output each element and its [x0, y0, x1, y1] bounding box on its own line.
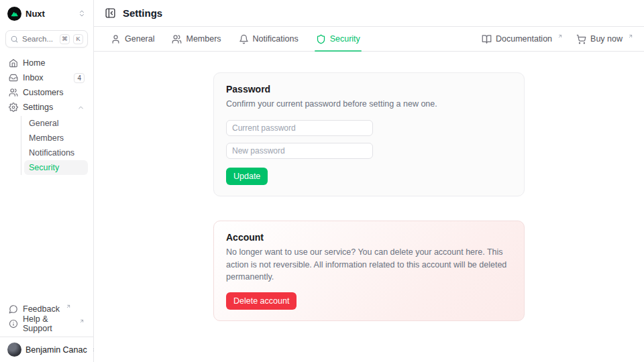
sidebar: Nuxt ⌘ K Home Inbox 4 [0, 0, 94, 362]
account-card-title: Account [226, 232, 512, 243]
user-name: Benjamin Canac [25, 345, 87, 355]
shopping-cart-icon [576, 34, 586, 44]
chevrons-up-down-icon [78, 9, 86, 17]
search-input[interactable] [22, 35, 56, 43]
new-password-field[interactable] [226, 143, 373, 159]
team-name: Nuxt [25, 9, 74, 19]
external-link-icon [628, 34, 633, 39]
settings-sub-list: General Members Notifications Security [21, 116, 88, 175]
users-icon [172, 34, 182, 44]
sidebar-item-members[interactable]: Members [24, 131, 88, 145]
page-title: Settings [123, 7, 162, 19]
external-link-icon [557, 34, 563, 39]
main-area: Settings General Members Notifications [94, 0, 644, 362]
chevron-up-icon [77, 104, 85, 111]
team-switcher[interactable]: Nuxt [5, 5, 88, 21]
sidebar-footer-nav: Feedback Help & Support [5, 302, 88, 331]
sidebar-item-customers[interactable]: Customers [5, 85, 88, 100]
user-icon [111, 34, 121, 44]
tabs: General Members Notifications Security [111, 27, 360, 51]
sidebar-item-help-support[interactable]: Help & Support [5, 316, 88, 331]
external-link-icon [66, 304, 71, 309]
password-card: Password Confirm your current password b… [213, 72, 525, 196]
inbox-badge: 4 [74, 73, 85, 83]
tab-bar: General Members Notifications Security [94, 27, 644, 52]
tab-security[interactable]: Security [316, 27, 360, 51]
home-icon [9, 58, 18, 68]
password-card-description: Confirm your current password before set… [226, 98, 512, 111]
panel-left-close-icon [105, 7, 116, 19]
sidebar-spacer [5, 175, 88, 294]
sidebar-item-security[interactable]: Security [24, 160, 88, 175]
kbd-k: K [73, 34, 83, 44]
password-card-title: Password [226, 84, 512, 95]
sidebar-item-settings[interactable]: Settings [5, 100, 88, 115]
chat-bubble-icon [9, 304, 18, 314]
sidebar-nav: Home Inbox 4 Customers Settings Genera [5, 56, 88, 175]
current-password-field[interactable] [226, 120, 373, 136]
documentation-button[interactable]: Documentation [482, 34, 563, 44]
collapse-sidebar-button[interactable] [105, 7, 116, 19]
user-menu[interactable]: Benjamin Canac [5, 337, 88, 357]
search-icon [10, 35, 19, 44]
avatar [7, 343, 21, 357]
sidebar-item-notifications[interactable]: Notifications [24, 145, 88, 160]
buy-now-button[interactable]: Buy now [576, 34, 633, 44]
book-open-icon [482, 34, 492, 44]
tab-members[interactable]: Members [172, 27, 221, 51]
update-password-button[interactable]: Update [226, 168, 268, 185]
users-icon [9, 88, 18, 97]
gear-icon [9, 103, 18, 112]
nuxt-logo-icon [7, 7, 21, 21]
sidebar-item-inbox[interactable]: Inbox 4 [5, 70, 88, 85]
account-card-description: No longer want to use our service? You c… [226, 246, 512, 284]
search-input-wrapper[interactable]: ⌘ K [5, 30, 88, 48]
inbox-icon [9, 73, 18, 82]
external-link-icon [79, 318, 85, 324]
info-icon [9, 319, 18, 328]
kbd-meta: ⌘ [60, 34, 70, 44]
delete-account-button[interactable]: Delete account [226, 292, 297, 310]
sidebar-item-home[interactable]: Home [5, 56, 88, 70]
header-actions: Documentation Buy now [482, 34, 633, 44]
bell-icon [239, 34, 249, 44]
page-header: Settings [94, 0, 644, 27]
settings-security-content: Password Confirm your current password b… [94, 52, 644, 321]
shield-icon [316, 34, 326, 44]
account-card: Account No longer want to use our servic… [213, 221, 525, 321]
tab-general[interactable]: General [111, 27, 154, 51]
sidebar-item-general[interactable]: General [24, 116, 88, 131]
tab-notifications[interactable]: Notifications [239, 27, 299, 51]
